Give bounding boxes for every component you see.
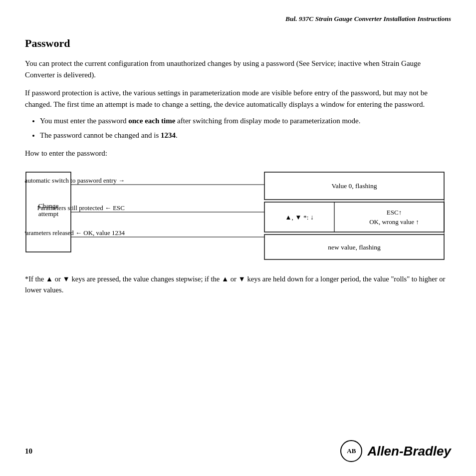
- svg-text:Parameters released ←  OK, val: Parameters released ← OK, value 1234: [25, 229, 125, 237]
- password-diagram: Change attempt automatic switch to passw…: [25, 167, 451, 264]
- bullet-item-1: You must enter the password once each ti…: [40, 115, 451, 127]
- document-header: Bul. 937C Strain Gauge Converter Install…: [25, 15, 451, 23]
- svg-text:Parameters still protected ←  : Parameters still protected ← ESC: [37, 204, 125, 212]
- brand-logo: AB Allen-Bradley: [340, 440, 451, 462]
- svg-text:▲, ▼ *: ↓: ▲, ▼ *: ↓: [285, 214, 313, 221]
- bullet-item-2: The password cannot be changed and is 12…: [40, 130, 451, 141]
- diagram-svg: Change attempt automatic switch to passw…: [25, 167, 451, 264]
- svg-text:new value, flashing: new value, flashing: [328, 243, 381, 251]
- brand-name: Allen-Bradley: [367, 444, 451, 459]
- svg-text:automatic switch to password e: automatic switch to password entry →: [25, 177, 125, 184]
- page-title: Password: [25, 37, 451, 50]
- footnote-text: *If the ▲ or ▼ keys are pressed, the val…: [25, 273, 451, 296]
- how-to-text: How to enter the password:: [25, 148, 451, 159]
- svg-text:Value 0, flashing: Value 0, flashing: [331, 182, 377, 190]
- svg-text:ESC↑: ESC↑: [387, 209, 402, 216]
- bullet-list: You must enter the password once each ti…: [40, 115, 451, 142]
- page-number: 10: [25, 447, 32, 456]
- svg-text:OK, wrong value ↑: OK, wrong value ↑: [369, 218, 419, 226]
- ab-logo-circle: AB: [340, 440, 362, 462]
- intro-paragraph: You can protect the current configuratio…: [25, 58, 451, 81]
- page-footer: 10 AB Allen-Bradley: [25, 440, 451, 462]
- body-paragraph: If password protection is active, the va…: [25, 87, 451, 111]
